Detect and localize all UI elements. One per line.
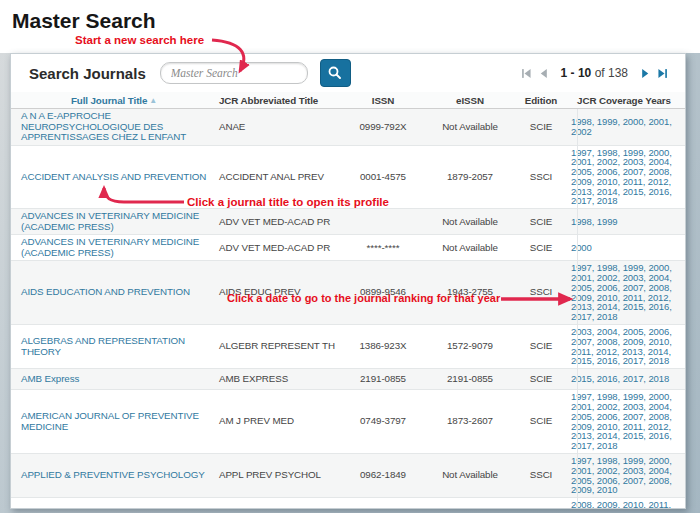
coverage-years-cell: 2008, 2009, 2010, 2011, 2012, 2013, 2014… <box>567 498 677 509</box>
column-header-coverage-years: JCR Coverage Years <box>567 93 677 108</box>
coverage-year-links[interactable]: 2015, 2016, 2017, 2018 <box>571 374 677 384</box>
journal-title-cell: ACCIDENT ANALYSIS AND PREVENTION <box>11 170 211 185</box>
issn-cell: 1882-0778 <box>341 508 425 509</box>
journal-title-cell: APPLIED & PREVENTIVE PSYCHOLOGY <box>11 468 211 483</box>
abbreviated-title-cell: ANAE <box>211 120 341 135</box>
table-row: A N A E-APPROCHE NEUROPSYCHOLOGIQUE DES … <box>11 109 685 146</box>
coverage-years-cell: 1997, 1998, 1999, 2000, 2001, 2002, 2003… <box>567 390 677 453</box>
journal-title-link[interactable]: ALGEBRAS AND REPRESENTATION THEORY <box>21 336 207 357</box>
coverage-year-links[interactable]: 1997, 1998, 1999, 2000, 2001, 2002, 2003… <box>571 456 677 495</box>
edition-cell: SCIE <box>515 241 567 256</box>
column-header-edition: Edition <box>515 93 567 108</box>
pagination: 1 - 10 of 138 <box>518 54 671 92</box>
edition-cell: SCIE <box>515 339 567 354</box>
abbreviated-title-cell: APPL PREV PSYCHOL <box>211 468 341 483</box>
issn-cell: ****-**** <box>341 241 425 256</box>
journal-title-link[interactable]: ADVANCES IN VETERINARY MEDICINE (ACADEMI… <box>21 237 207 258</box>
journal-title-cell: ALGEBRAS AND REPRESENTATION THEORY <box>11 334 211 359</box>
coverage-years-cell: 1998, 1999 <box>567 215 677 229</box>
previous-page-icon[interactable] <box>538 68 549 79</box>
next-page-icon[interactable] <box>640 68 651 79</box>
journal-title-cell: AMB Express <box>11 372 211 387</box>
journal-title-link[interactable]: AIDS EDUCATION AND PREVENTION <box>21 287 207 298</box>
journal-title-link[interactable]: ADVANCES IN VETERINARY MEDICINE (ACADEMI… <box>21 211 207 232</box>
abbreviated-title-cell: ALGEBR REPRESENT TH <box>211 339 341 354</box>
eissn-cell: 2191-0855 <box>425 372 515 387</box>
coverage-year-links[interactable]: 1997, 1998, 1999, 2000, 2001, 2002, 2003… <box>571 148 677 207</box>
edition-cell: SSCI <box>515 468 567 483</box>
eissn-cell: Not Available <box>425 468 515 483</box>
edition-cell: SCIE <box>515 215 567 230</box>
coverage-years-cell: 2000 <box>567 241 677 255</box>
coverage-year-links[interactable]: 1997, 1998, 1999, 2000, 2001, 2002, 2003… <box>571 263 677 322</box>
pagination-total: of 138 <box>595 66 628 80</box>
table-row: ADVANCES IN VETERINARY MEDICINE (ACADEMI… <box>11 235 685 261</box>
journal-title-cell: AMERICAN JOURNAL OF PREVENTIVE MEDICINE <box>11 409 211 434</box>
table-header-row: Full Journal Title▲ JCR Abbreviated Titl… <box>11 92 685 109</box>
first-page-icon[interactable] <box>521 68 532 79</box>
coverage-year-links[interactable]: 1997, 1998, 1999, 2000, 2001, 2002, 2003… <box>571 392 677 451</box>
edition-cell: SCIE <box>515 414 567 429</box>
search-bar: Search Journals 1 - 10 of 138 <box>11 54 685 92</box>
journal-title-cell: ADVANCES IN VETERINARY MEDICINE (ACADEMI… <box>11 209 211 234</box>
journal-title-cell: A N A E-APPROCHE NEUROPSYCHOLOGIQUE DES … <box>11 109 211 145</box>
eissn-cell: 1572-9079 <box>425 339 515 354</box>
journal-title-cell: ADVANCES IN VETERINARY MEDICINE (ACADEMI… <box>11 235 211 260</box>
issn-cell <box>341 220 425 224</box>
abbreviated-title-cell: ADV VET MED-ACAD PR <box>211 215 341 230</box>
issn-cell: 0999-792X <box>341 120 425 135</box>
abbreviated-title-cell: ADV VET MED-ACAD PR <box>211 241 341 256</box>
search-input[interactable] <box>160 62 308 84</box>
edition-cell: SSCI <box>515 170 567 185</box>
sort-ascending-icon: ▲ <box>149 96 157 105</box>
coverage-years-cell: 1997, 1998, 1999, 2000, 2001, 2002, 2003… <box>567 454 677 497</box>
coverage-year-links[interactable]: 1998, 1999, 2000, 2001, 2002 <box>571 117 677 137</box>
search-results-panel: Search Journals 1 - 10 of 138 <box>10 53 686 509</box>
journal-title-cell: Applied Physics Express <box>11 508 211 509</box>
abbreviated-title-cell: ACCIDENT ANAL PREV <box>211 170 341 185</box>
annotation-start-search: Start a new search here <box>75 34 204 46</box>
column-header-abbreviated-title: JCR Abbreviated Title <box>211 93 341 108</box>
eissn-cell: 1882-0786 <box>425 508 515 509</box>
coverage-year-links[interactable]: 1998, 1999 <box>571 217 677 227</box>
eissn-cell: Not Available <box>425 241 515 256</box>
table-row: ADVANCES IN VETERINARY MEDICINE (ACADEMI… <box>11 209 685 235</box>
eissn-cell: Not Available <box>425 215 515 230</box>
journal-title-link[interactable]: APPLIED & PREVENTIVE PSYCHOLOGY <box>21 470 207 481</box>
edition-cell: SCIE <box>515 508 567 509</box>
journal-title-cell: AIDS EDUCATION AND PREVENTION <box>11 285 211 300</box>
journal-title-link[interactable]: A N A E-APPROCHE NEUROPSYCHOLOGIQUE DES … <box>21 111 207 143</box>
full-journal-title-sort-link[interactable]: Full Journal Title <box>71 95 147 106</box>
eissn-cell: Not Available <box>425 120 515 135</box>
annotation-year-ranking: Click a date to go to the journal rankin… <box>227 292 500 304</box>
last-page-icon[interactable] <box>657 68 668 79</box>
column-header-eissn: eISSN <box>425 93 515 108</box>
column-header-issn: ISSN <box>341 93 425 108</box>
coverage-year-links[interactable]: 2000 <box>571 243 677 253</box>
column-header-full-journal-title[interactable]: Full Journal Title▲ <box>11 93 211 108</box>
eissn-cell: 1873-2607 <box>425 414 515 429</box>
journal-title-link[interactable]: AMERICAN JOURNAL OF PREVENTIVE MEDICINE <box>21 411 207 432</box>
edition-cell: SSCI <box>515 285 567 300</box>
coverage-years-cell: 2015, 2016, 2017, 2018 <box>567 372 677 386</box>
journal-title-link[interactable]: ACCIDENT ANALYSIS AND PREVENTION <box>21 172 207 183</box>
abbreviated-title-cell: AMB EXPRESS <box>211 372 341 387</box>
pagination-status: 1 - 10 of 138 <box>561 66 628 80</box>
coverage-year-links[interactable]: 2008, 2009, 2010, 2011, 2012, 2013, 2014… <box>571 500 677 509</box>
page-title: Master Search <box>0 0 700 33</box>
issn-cell: 0001-4575 <box>341 170 425 185</box>
annotation-journal-profile: Click a journal title to open its profil… <box>187 196 389 208</box>
search-journals-label: Search Journals <box>29 65 146 82</box>
edition-cell: SCIE <box>515 120 567 135</box>
table-body: A N A E-APPROCHE NEUROPSYCHOLOGIQUE DES … <box>11 109 685 509</box>
table-row: ALGEBRAS AND REPRESENTATION THEORY ALGEB… <box>11 325 685 369</box>
search-button[interactable] <box>320 59 351 87</box>
search-icon <box>327 65 343 81</box>
coverage-year-links[interactable]: 2003, 2004, 2005, 2006, 2007, 2008, 2009… <box>571 327 677 366</box>
issn-cell: 0962-1849 <box>341 468 425 483</box>
eissn-cell: 1879-2057 <box>425 170 515 185</box>
issn-cell: 0749-3797 <box>341 414 425 429</box>
abbreviated-title-cell: APPL PHYS EXPRESS <box>211 508 341 509</box>
journal-title-link[interactable]: AMB Express <box>21 374 207 385</box>
coverage-years-cell: 1997, 1998, 1999, 2000, 2001, 2002, 2003… <box>567 146 677 209</box>
